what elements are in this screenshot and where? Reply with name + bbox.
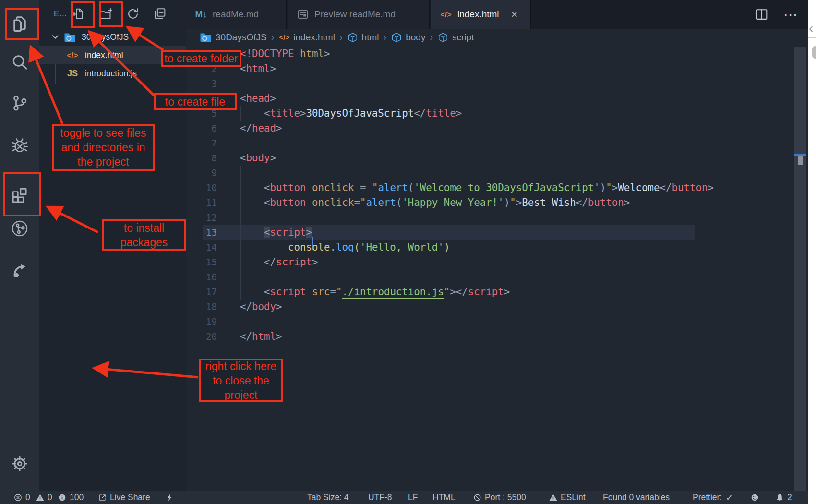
activity-item-remote[interactable] xyxy=(10,219,29,238)
status-2[interactable]: 2 xyxy=(775,491,792,504)
code-token: 'Hello, World' xyxy=(360,241,444,253)
code-token: ( xyxy=(354,241,360,253)
breadcrumb-label: body xyxy=(406,32,425,43)
code-token xyxy=(240,241,288,253)
code-token: > xyxy=(276,331,282,342)
status-0[interactable]: 0 xyxy=(13,491,30,504)
code-token: ( xyxy=(396,197,402,208)
code-token: title xyxy=(270,108,300,119)
split-editor-button[interactable] xyxy=(755,0,769,29)
status-smiley[interactable] xyxy=(750,491,759,504)
status-prettier-[interactable]: Prettier:✓ xyxy=(693,491,734,504)
code-token: < xyxy=(264,197,270,208)
line-number[interactable]: 14 xyxy=(186,240,217,255)
status-lightning[interactable] xyxy=(165,491,174,504)
close-icon[interactable]: × xyxy=(511,9,518,20)
refresh-button[interactable] xyxy=(126,7,140,21)
annotation-create-folder-label: to create folder xyxy=(161,50,241,67)
code-token: </ xyxy=(414,108,426,119)
line-number[interactable]: 10 xyxy=(186,180,217,195)
line-number[interactable]: 13 xyxy=(186,225,217,240)
status-port-5500[interactable]: Port : 5500 xyxy=(473,491,526,504)
collapse-all-button[interactable] xyxy=(153,7,167,21)
js-icon: JS xyxy=(66,67,79,80)
code-line-20[interactable]: </html> xyxy=(240,329,282,344)
code-line-18[interactable]: </body> xyxy=(240,300,282,314)
line-number[interactable]: 6 xyxy=(186,121,217,136)
code-line-4[interactable]: <head> xyxy=(240,91,276,106)
code-line-13[interactable]: <script> xyxy=(240,225,312,240)
tab-readMe.md[interactable]: M↓readMe.md xyxy=(186,0,287,29)
code-line-1[interactable]: <!DOCTYPE html> xyxy=(240,47,330,61)
code-token: script xyxy=(468,286,504,298)
code-token: " xyxy=(444,286,450,298)
line-number[interactable]: 8 xyxy=(186,151,217,166)
breadcrumb-item-body[interactable]: body xyxy=(391,32,425,43)
tab-Preview readMe.md[interactable]: Preview readMe.md xyxy=(288,0,430,29)
line-number[interactable]: 15 xyxy=(186,255,217,270)
tab-index.html[interactable]: </>index.html× xyxy=(431,0,531,29)
code-editor[interactable]: 1<!DOCTYPE html>2<html>34<head>5 <title>… xyxy=(186,46,794,491)
annotation-text: right click here xyxy=(205,359,276,373)
cursor-position-marker xyxy=(794,154,806,156)
code-line-8[interactable]: <body> xyxy=(240,151,276,166)
line-number[interactable]: 7 xyxy=(186,136,217,151)
code-token: script xyxy=(270,286,306,298)
annotation-text: to install xyxy=(124,221,164,235)
line-number[interactable]: 17 xyxy=(186,285,217,300)
tab-label: readMe.md xyxy=(213,9,259,20)
code-line-2[interactable]: <html> xyxy=(240,61,276,76)
status-tab-size-4[interactable]: Tab Size: 4 xyxy=(307,491,349,504)
code-line-11[interactable]: <button onclick="alert('Happy New Year!'… xyxy=(240,195,630,210)
code-token: > xyxy=(270,63,276,74)
activity-item-live-share[interactable] xyxy=(10,260,29,279)
scrollbar-track[interactable] xyxy=(794,47,806,491)
line-number[interactable]: 19 xyxy=(186,314,217,329)
status-0[interactable]: 0 xyxy=(36,491,52,504)
activity-item-search[interactable] xyxy=(10,53,29,72)
code-line-17[interactable]: <script src="./introduction.js"></script… xyxy=(240,285,510,300)
code-line-15[interactable]: </script> xyxy=(240,255,318,270)
chevron-left-icon: ‹ xyxy=(809,21,813,36)
status-100[interactable]: 100 xyxy=(58,491,84,504)
more-actions-button[interactable]: ⋯ xyxy=(783,0,798,29)
code-line-10[interactable]: <button onclick = "alert('Welcome to 30D… xyxy=(240,180,714,195)
activity-item-settings[interactable] xyxy=(10,454,29,473)
code-token: " xyxy=(510,197,516,208)
status-label: ESLint xyxy=(561,492,586,503)
breadcrumb-item-index.html[interactable]: </>index.html xyxy=(278,32,335,43)
host-scrollbar-thumb[interactable] xyxy=(812,46,816,59)
line-number[interactable]: 16 xyxy=(186,270,217,285)
line-number[interactable]: 3 xyxy=(186,76,217,91)
status-label: LF xyxy=(408,492,418,503)
status-live-share[interactable]: Live Share xyxy=(98,491,150,504)
breadcrumb-item-30DaysOfJS[interactable]: 30DaysOfJS xyxy=(199,31,267,44)
line-number[interactable]: 12 xyxy=(186,210,217,225)
breadcrumb-item-html[interactable]: html xyxy=(347,32,379,43)
breadcrumb-item-script[interactable]: script xyxy=(437,32,474,43)
code-line-6[interactable]: </head> xyxy=(240,121,282,136)
status-lf[interactable]: LF xyxy=(408,491,418,504)
line-number[interactable]: 11 xyxy=(186,195,217,210)
check-icon: ✓ xyxy=(725,493,734,502)
status-utf-8[interactable]: UTF-8 xyxy=(368,491,392,504)
tree-root-folder[interactable]: 30DaysOfJS xyxy=(39,28,186,46)
activity-item-debug[interactable] xyxy=(10,135,29,155)
breadcrumb-label: script xyxy=(452,32,474,43)
error-icon xyxy=(13,493,23,502)
code-token: = xyxy=(354,197,360,208)
status-found-0-variables[interactable]: Found 0 variables xyxy=(603,491,670,504)
code-token: </ xyxy=(660,182,672,193)
scrollbar-thumb[interactable] xyxy=(798,156,803,165)
status-html[interactable]: HTML xyxy=(432,491,456,504)
line-number[interactable]: 18 xyxy=(186,300,217,314)
code-line-5[interactable]: <title>30DaysOfJavaScript</title> xyxy=(240,106,462,121)
edge-divider xyxy=(808,37,816,38)
code-token: html xyxy=(252,331,276,342)
status-eslint[interactable]: ESLint xyxy=(549,491,586,504)
warning-icon xyxy=(549,493,558,502)
line-number[interactable]: 20 xyxy=(186,329,217,344)
line-number[interactable]: 9 xyxy=(186,166,217,180)
code-line-14[interactable]: console.log('Hello, World') xyxy=(240,240,450,255)
activity-item-source-control[interactable] xyxy=(10,94,29,113)
